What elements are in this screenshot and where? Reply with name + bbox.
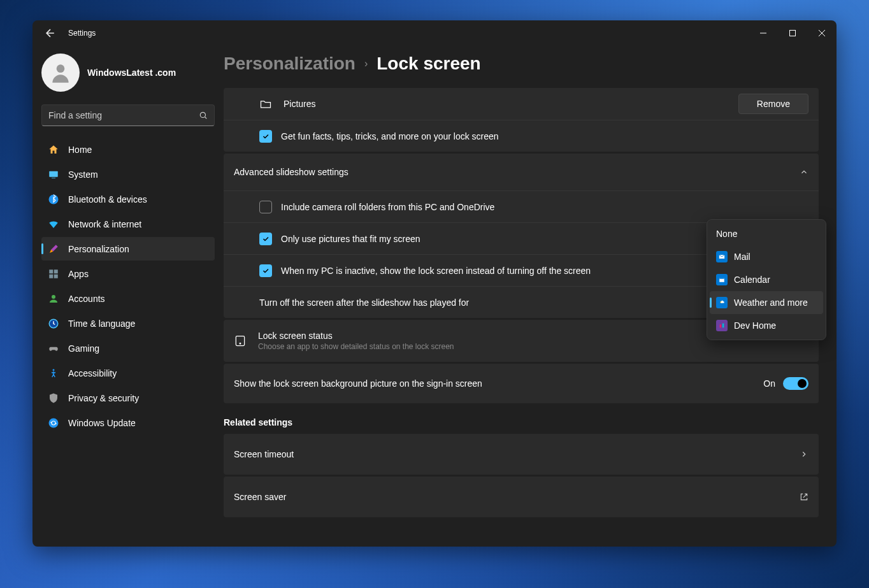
nav-item-system[interactable]: System <box>41 162 215 186</box>
dropdown-label: Dev Home <box>734 320 776 331</box>
pictures-card: Pictures Remove Get fun facts, tips, tri… <box>224 88 819 152</box>
minimize-button[interactable] <box>749 20 778 46</box>
fun-facts-checkbox[interactable] <box>259 130 272 143</box>
main-content: Personalization › Lock screen Pictures R… <box>224 46 837 547</box>
nav-item-bluetooth[interactable]: Bluetooth & devices <box>41 187 215 211</box>
search-input[interactable] <box>48 110 199 120</box>
screensaver-card[interactable]: Screen saver <box>224 477 819 517</box>
mail-icon <box>716 251 728 262</box>
signin-bg-row[interactable]: Show the lock screen background picture … <box>224 364 819 403</box>
nav-item-time[interactable]: Time & language <box>41 312 215 335</box>
nav-label: Accounts <box>68 294 105 304</box>
dropdown-option-mail[interactable]: Mail <box>710 245 823 268</box>
dropdown-label: Weather and more <box>734 298 808 308</box>
screensaver-label: Screen saver <box>234 492 286 502</box>
svg-rect-10 <box>49 269 53 273</box>
nav-item-privacy[interactable]: Privacy & security <box>41 386 215 410</box>
nav-item-apps[interactable]: Apps <box>41 262 215 285</box>
svg-rect-13 <box>54 274 58 278</box>
calendar-icon <box>716 274 728 285</box>
search-box[interactable] <box>41 104 215 126</box>
dropdown-label: Mail <box>734 252 750 262</box>
svg-rect-12 <box>49 274 53 278</box>
nav-label: Personalization <box>68 244 129 254</box>
nav-list: Home System Bluetooth & devices Network … <box>41 138 215 434</box>
nav-item-update[interactable]: Windows Update <box>41 411 215 434</box>
turn-off-label: Turn off the screen after the slideshow … <box>259 298 469 308</box>
apps-icon <box>48 268 59 280</box>
nav-item-personalization[interactable]: Personalization <box>41 237 215 261</box>
gaming-icon <box>48 343 59 354</box>
remove-button[interactable]: Remove <box>738 94 808 114</box>
camera-roll-checkbox[interactable] <box>259 201 272 213</box>
back-button[interactable] <box>44 27 57 39</box>
titlebar: Settings <box>32 20 837 46</box>
fun-facts-row[interactable]: Get fun facts, tips, tricks, and more on… <box>224 120 819 152</box>
nav-label: System <box>68 169 98 180</box>
status-app-dropdown[interactable]: None Mail Calendar Weather and more Dev … <box>707 219 826 340</box>
nav-label: Accessibility <box>68 368 117 378</box>
nav-item-accessibility[interactable]: Accessibility <box>41 361 215 385</box>
related-heading: Related settings <box>224 417 819 427</box>
accounts-icon <box>48 293 59 305</box>
signin-bg-toggle[interactable] <box>783 377 808 390</box>
svg-rect-1 <box>790 31 796 36</box>
svg-rect-22 <box>719 278 724 279</box>
svg-point-5 <box>200 112 205 117</box>
settings-window: Settings WindowsLatest .com Home <box>32 20 837 547</box>
close-button[interactable] <box>807 20 837 46</box>
folder-icon <box>259 97 272 110</box>
svg-point-14 <box>52 295 55 299</box>
camera-roll-label: Include camera roll folders from this PC… <box>281 202 494 212</box>
app-title: Settings <box>68 29 96 38</box>
nav-label: Windows Update <box>68 418 136 428</box>
breadcrumb-parent[interactable]: Personalization <box>224 54 356 74</box>
dropdown-option-calendar[interactable]: Calendar <box>710 268 823 291</box>
maximize-button[interactable] <box>778 20 807 46</box>
search-icon <box>199 111 208 120</box>
pictures-label: Pictures <box>284 99 316 109</box>
svg-rect-11 <box>54 269 58 273</box>
nav-label: Network & internet <box>68 219 141 229</box>
dropdown-label: None <box>716 229 737 239</box>
nav-label: Privacy & security <box>68 393 139 403</box>
paintbrush-icon <box>48 243 59 255</box>
advanced-header-label: Advanced slideshow settings <box>234 167 348 177</box>
svg-point-17 <box>49 418 59 427</box>
dropdown-option-weather[interactable]: Weather and more <box>710 291 823 314</box>
nav-label: Bluetooth & devices <box>68 194 147 204</box>
nav-item-home[interactable]: Home <box>41 138 215 161</box>
shield-icon <box>48 392 59 404</box>
nav-label: Time & language <box>68 319 135 329</box>
home-icon <box>48 144 59 155</box>
timeout-label: Screen timeout <box>234 449 294 459</box>
system-icon <box>48 169 59 180</box>
svg-rect-8 <box>52 178 55 178</box>
nav-item-accounts[interactable]: Accounts <box>41 287 215 310</box>
dropdown-option-none[interactable]: None <box>710 222 823 245</box>
dropdown-label: Calendar <box>734 275 770 285</box>
accessibility-icon <box>48 368 59 379</box>
user-section[interactable]: WindowsLatest .com <box>41 51 215 104</box>
inactive-checkbox[interactable] <box>259 264 272 277</box>
advanced-header[interactable]: Advanced slideshow settings <box>224 154 819 190</box>
nav-label: Apps <box>68 269 89 279</box>
timeout-card[interactable]: Screen timeout <box>224 434 819 475</box>
camera-roll-row[interactable]: Include camera roll folders from this PC… <box>224 190 819 222</box>
weather-icon <box>716 297 728 308</box>
fit-screen-checkbox[interactable] <box>259 233 272 245</box>
chevron-right-icon: › <box>364 58 368 69</box>
svg-rect-7 <box>49 171 58 176</box>
signin-bg-card: Show the lock screen background picture … <box>224 364 819 403</box>
dropdown-option-devhome[interactable]: Dev Home <box>710 314 823 337</box>
svg-point-19 <box>240 343 241 344</box>
nav-item-network[interactable]: Network & internet <box>41 212 215 236</box>
breadcrumb: Personalization › Lock screen <box>224 54 819 74</box>
inactive-label: When my PC is inactive, show the lock sc… <box>281 266 591 276</box>
svg-rect-25 <box>722 324 724 328</box>
nav-item-gaming[interactable]: Gaming <box>41 336 215 360</box>
clock-icon <box>48 318 59 329</box>
nav-label: Gaming <box>68 343 99 354</box>
svg-line-6 <box>205 117 206 118</box>
fun-facts-label: Get fun facts, tips, tricks, and more on… <box>281 131 499 141</box>
